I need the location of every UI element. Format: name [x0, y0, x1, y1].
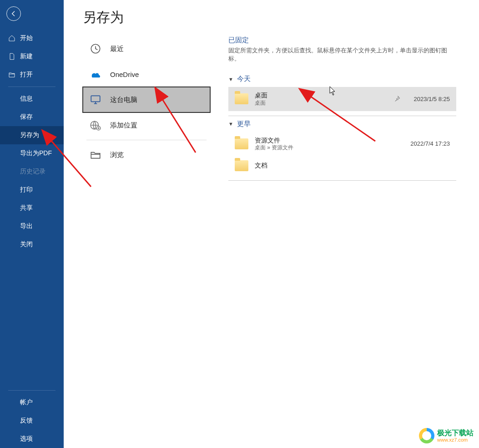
- group-heading-today[interactable]: ▼ 今天: [228, 75, 456, 83]
- location-separator: [86, 140, 207, 140]
- folder-icon: [235, 93, 248, 104]
- sidebar-separator: [8, 87, 55, 87]
- saveas-location-list: 最近 OneDrive 这台电脑 添加位置: [83, 36, 210, 184]
- location-recent[interactable]: 最近: [83, 36, 210, 61]
- svg-rect-1: [91, 96, 100, 102]
- file-sidebar: 开始 新建 打开 信息 保存 另存为 导出为PDF 历史记录 打印 共享 导出 …: [0, 0, 64, 448]
- page-title: 另存为: [83, 8, 465, 27]
- pinned-description: 固定所需文件夹，方便以后查找。鼠标悬停在某个文件夹上方时，单击显示的图钉图标。: [228, 46, 456, 63]
- monitor-icon: [89, 93, 102, 106]
- folder-panel: 已固定 固定所需文件夹，方便以后查找。鼠标悬停在某个文件夹上方时，单击显示的图钉…: [228, 36, 465, 184]
- folder-row-documents[interactable]: 文档: [228, 156, 456, 176]
- folder-name: 桌面: [255, 92, 267, 100]
- folder-icon: [235, 138, 248, 149]
- location-browse[interactable]: 浏览: [83, 142, 210, 168]
- sidebar-item-account[interactable]: 帐户: [0, 393, 64, 412]
- sidebar-item-save[interactable]: 保存: [0, 108, 64, 126]
- back-button[interactable]: [6, 6, 21, 21]
- group-separator: [228, 116, 456, 116]
- sidebar-item-exportpdf[interactable]: 导出为PDF: [0, 144, 64, 163]
- sidebar-item-saveas[interactable]: 另存为: [0, 126, 64, 144]
- caret-down-icon: ▼: [228, 76, 233, 82]
- sidebar-item-label: 新建: [20, 52, 33, 61]
- folder-date: 2022/7/4 17:23: [410, 140, 450, 147]
- folder-open-icon: [8, 71, 15, 78]
- sidebar-item-label: 打开: [20, 71, 33, 79]
- pin-button[interactable]: [393, 94, 402, 103]
- location-onedrive[interactable]: OneDrive: [83, 61, 210, 87]
- main-panel: 另存为 最近 OneDrive 这台电脑: [64, 0, 479, 448]
- folder-path: 桌面: [255, 100, 267, 107]
- pinned-heading: 已固定: [228, 36, 456, 45]
- sidebar-item-export[interactable]: 导出: [0, 217, 64, 235]
- folder-path: 桌面 » 资源文件: [255, 144, 293, 151]
- sidebar-item-history: 历史记录: [0, 163, 64, 181]
- folder-row-resources[interactable]: 资源文件 桌面 » 资源文件 2022/7/4 17:23: [228, 132, 456, 156]
- sidebar-item-options[interactable]: 选项: [0, 430, 64, 448]
- sidebar-item-home[interactable]: 开始: [0, 29, 64, 47]
- sidebar-item-print[interactable]: 打印: [0, 181, 64, 199]
- sidebar-item-share[interactable]: 共享: [0, 199, 64, 217]
- caret-down-icon: ▼: [228, 121, 233, 127]
- location-thispc[interactable]: 这台电脑: [83, 87, 210, 112]
- sidebar-item-close[interactable]: 关闭: [0, 235, 64, 254]
- onedrive-icon: [89, 68, 102, 81]
- sidebar-item-open[interactable]: 打开: [0, 66, 64, 84]
- folder-icon: [235, 160, 248, 171]
- folder-name: 资源文件: [255, 137, 293, 145]
- file-icon: [8, 53, 15, 60]
- folder-date: 2023/1/5 8:25: [413, 96, 450, 102]
- sidebar-item-label: 开始: [20, 34, 33, 42]
- folder-open-icon: [89, 148, 102, 161]
- clock-icon: [89, 42, 102, 55]
- sidebar-item-info[interactable]: 信息: [0, 90, 64, 108]
- globe-plus-icon: [89, 119, 102, 132]
- folder-name: 文档: [255, 162, 267, 170]
- home-icon: [8, 35, 15, 42]
- group-separator: [228, 180, 456, 181]
- group-heading-earlier[interactable]: ▼ 更早: [228, 120, 456, 128]
- folder-row-desktop[interactable]: 桌面 桌面 2023/1/5 8:25: [228, 87, 456, 111]
- sidebar-item-feedback[interactable]: 反馈: [0, 412, 64, 430]
- sidebar-item-new[interactable]: 新建: [0, 47, 64, 66]
- sidebar-separator: [8, 390, 55, 391]
- location-addplace[interactable]: 添加位置: [83, 112, 210, 138]
